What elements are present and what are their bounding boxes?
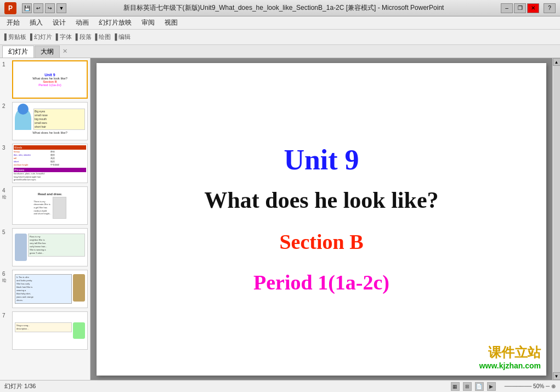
slide-period: Period 1(1a-2c)	[253, 270, 389, 294]
slide-subtitle: What does he look like?	[204, 187, 438, 213]
slide-preview-6[interactable]: Li Tao is slim and looks pretty. She has…	[12, 270, 88, 308]
app-icon: P	[4, 2, 16, 14]
slide-preview-4[interactable]: Read and draw. There is my classmate,She…	[12, 186, 88, 225]
menu-bar: 开始 插入 设计 动画 幻灯片放映 审阅 视图	[0, 16, 560, 30]
window-controls: – ❐ ✕ ?	[501, 3, 556, 13]
quick-redo-btn[interactable]: ↪	[45, 3, 55, 13]
menu-design[interactable]: 设计	[48, 17, 70, 29]
menu-slideshow[interactable]: 幻灯片放映	[94, 17, 136, 29]
thumb1-unit: Unit 9	[44, 73, 55, 77]
slide-thumb-6[interactable]: 6绘 Li Tao is slim and looks pretty. She …	[2, 270, 88, 308]
slide-num-2: 2	[2, 102, 10, 109]
ppt-help-button[interactable]: ?	[544, 3, 556, 13]
slide-num-1: 1	[2, 60, 10, 67]
menu-animation[interactable]: 动画	[71, 17, 93, 29]
status-bar: 幻灯片 1/36 ▦ ⊞ 📄 ▶ ─────── 50% ─ ⊕	[0, 380, 560, 392]
slide-num-3: 3	[2, 144, 10, 151]
right-scrollbar[interactable]: ▲ ▼	[552, 58, 560, 380]
menu-view[interactable]: 视图	[160, 17, 182, 29]
main-area: 1 Unit 9 What does he look like? Section…	[0, 58, 560, 380]
toolbar: ▐ 剪贴板 ▐ 幻灯片 ▐ 字体 ▐ 段落 ▐ 绘图 ▐ 编辑	[0, 30, 560, 45]
slide-preview-5[interactable]: Russ is my neighbor.She is very tall.She…	[12, 228, 88, 266]
quick-undo-btn[interactable]: ↩	[33, 3, 43, 13]
slide-num-5: 5	[2, 228, 10, 235]
slide-preview-2[interactable]: Big eyes small nose big mouth small ears…	[12, 102, 88, 140]
slide-thumb-7[interactable]: 7 Sing a song... description...	[2, 311, 88, 350]
slide-num-4: 4绘	[2, 186, 10, 200]
slide-thumb-1[interactable]: 1 Unit 9 What does he look like? Section…	[2, 60, 88, 99]
tab-outline[interactable]: 大纲	[35, 46, 60, 58]
slide-thumb-2[interactable]: 2 Big eyes small nose big mouth small ea…	[2, 102, 88, 140]
slide-num-7: 7	[2, 311, 10, 319]
panel-close-button[interactable]: ✕	[63, 48, 67, 55]
view-slide-sorter-button[interactable]: ⊞	[463, 382, 472, 391]
zoom-control: ─────── 50% ─ ⊕	[505, 383, 556, 389]
view-slideshow-button[interactable]: ▶	[487, 382, 496, 391]
menu-insert[interactable]: 插入	[25, 17, 47, 29]
view-reading-button[interactable]: 📄	[475, 382, 484, 391]
tab-bar: 幻灯片 大纲 ✕	[0, 45, 560, 58]
slide-preview-7[interactable]: Sing a song... description...	[12, 311, 88, 350]
zoom-label: ─────── 50% ─	[505, 383, 550, 389]
slide-panel: 1 Unit 9 What does he look like? Section…	[0, 58, 90, 380]
slide-section: Section B	[279, 230, 363, 254]
watermark-url: www.kjzhan.com	[479, 361, 541, 370]
scroll-up-button[interactable]: ▲	[553, 58, 561, 66]
slide-thumb-4[interactable]: 4绘 Read and draw. There is my classmate,…	[2, 186, 88, 225]
slide-preview-1[interactable]: Unit 9 What does he look like? Section B…	[12, 60, 88, 99]
slide-preview-3[interactable]: Words heavy thin, slim, slender tall sho…	[12, 144, 88, 183]
view-normal-button[interactable]: ▦	[451, 382, 460, 391]
quick-dropdown-btn[interactable]: ▼	[56, 3, 66, 13]
toolbar-placeholder: ▐ 剪贴板 ▐ 幻灯片 ▐ 字体 ▐ 段落 ▐ 绘图 ▐ 编辑	[2, 33, 131, 41]
zoom-button[interactable]: ⊕	[551, 383, 556, 389]
slide-canvas: Unit 9 What does he look like? Section B…	[97, 63, 546, 376]
slide-main-area: Unit 9 What does he look like? Section B…	[90, 58, 552, 380]
slide-thumb-5[interactable]: 5 Russ is my neighbor.She is very tall.S…	[2, 228, 88, 266]
restore-button[interactable]: ❐	[514, 3, 526, 13]
scroll-down-button[interactable]: ▼	[553, 372, 561, 380]
scroll-track[interactable]	[553, 66, 560, 372]
window-title: 新目标英语七年级下(新版)Unit9_What_does_he_look_lik…	[66, 3, 501, 13]
slide-thumb-3[interactable]: 3 Words heavy thin, slim, slender tall s…	[2, 144, 88, 183]
thumb1-per: Period 1(1a-2c)	[38, 83, 61, 87]
watermark: 课件立站 www.kjzhan.com	[479, 344, 541, 370]
slide-unit9-title: Unit 9	[284, 144, 359, 176]
slide-num-6: 6绘	[2, 270, 10, 283]
close-button[interactable]: ✕	[527, 3, 539, 13]
watermark-chinese: 课件立站	[479, 344, 541, 361]
tab-slides[interactable]: 幻灯片	[2, 46, 34, 58]
quick-save-btn[interactable]: 💾	[22, 3, 32, 13]
menu-review[interactable]: 审阅	[137, 17, 159, 29]
minimize-button[interactable]: –	[501, 3, 513, 13]
title-bar-icons: P 💾 ↩ ↪ ▼	[4, 2, 66, 14]
title-bar: P 💾 ↩ ↪ ▼ 新目标英语七年级下(新版)Unit9_What_does_h…	[0, 0, 560, 16]
menu-start[interactable]: 开始	[2, 17, 24, 29]
slide-count-status: 幻灯片 1/36	[4, 382, 36, 390]
